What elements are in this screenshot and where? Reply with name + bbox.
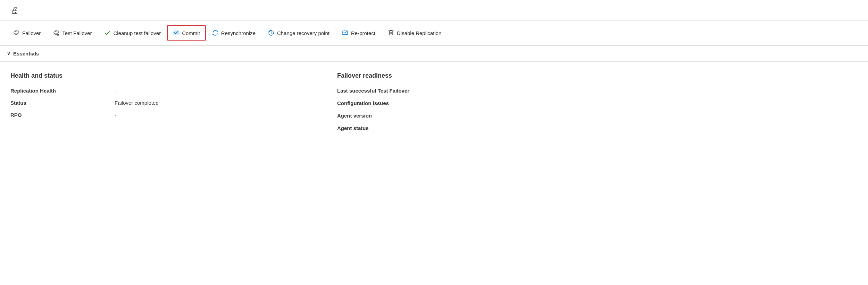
right-panel: Failover readiness Last successful Test … <box>323 72 858 138</box>
top-bar: 🖨 <box>0 0 868 21</box>
svg-rect-6 <box>343 31 348 34</box>
agent-version-label: Agent version <box>337 113 372 119</box>
agent-version-row: Agent version <box>337 113 858 119</box>
left-panel: Health and status Replication Health - S… <box>10 72 323 138</box>
last-test-failover-label: Last successful Test Failover <box>337 88 409 94</box>
config-issues-row: Configuration issues <box>337 100 858 106</box>
replication-health-label: Replication Health <box>10 88 115 94</box>
resynchronize-icon <box>212 30 218 36</box>
rpo-value: - <box>115 112 116 118</box>
re-protect-button[interactable]: Re-protect <box>336 25 382 41</box>
failover-label: Failover <box>22 30 41 36</box>
commit-button[interactable]: Commit <box>167 25 206 41</box>
cleanup-icon <box>104 30 110 36</box>
config-issues-label: Configuration issues <box>337 100 389 106</box>
status-label: Status <box>10 100 115 106</box>
re-protect-icon <box>342 30 348 36</box>
commit-label: Commit <box>182 30 200 36</box>
essentials-toggle[interactable]: ∨ Essentials <box>7 46 861 61</box>
agent-status-row: Agent status <box>337 125 858 131</box>
failover-button[interactable]: Failover <box>7 25 47 41</box>
print-icon[interactable]: 🖨 <box>10 6 19 15</box>
recovery-point-icon <box>268 30 274 36</box>
essentials-label: Essentials <box>13 51 39 57</box>
re-protect-label: Re-protect <box>351 30 375 36</box>
resynchronize-label: Resynchronize <box>221 30 256 36</box>
rpo-label: RPO <box>10 112 115 118</box>
change-recovery-point-button[interactable]: Change recovery point <box>262 25 336 41</box>
disable-replication-button[interactable]: Disable Replication <box>382 25 448 41</box>
test-failover-label: Test Failover <box>62 30 92 36</box>
failover-readiness-title: Failover readiness <box>337 72 858 79</box>
failover-icon <box>13 30 19 36</box>
toolbar: Failover t Test Failover Cleanup test fa… <box>0 21 868 46</box>
disable-replication-icon <box>388 30 394 36</box>
content-area: Health and status Replication Health - S… <box>0 62 868 148</box>
change-recovery-point-label: Change recovery point <box>277 30 329 36</box>
replication-health-row: Replication Health - <box>10 88 309 94</box>
agent-status-label: Agent status <box>337 125 369 131</box>
essentials-section: ∨ Essentials <box>0 46 868 62</box>
status-row: Status Failover completed <box>10 100 309 106</box>
resynchronize-button[interactable]: Resynchronize <box>206 25 262 41</box>
commit-icon <box>173 30 179 36</box>
replication-health-value: - <box>115 88 116 94</box>
cleanup-test-failover-button[interactable]: Cleanup test failover <box>98 25 167 41</box>
test-failover-button[interactable]: t Test Failover <box>47 25 98 41</box>
cleanup-test-failover-label: Cleanup test failover <box>113 30 161 36</box>
health-status-title: Health and status <box>10 72 309 79</box>
essentials-chevron: ∨ <box>7 51 10 56</box>
test-failover-icon: t <box>53 30 59 36</box>
last-test-failover-row: Last successful Test Failover <box>337 88 858 94</box>
rpo-row: RPO - <box>10 112 309 118</box>
status-value: Failover completed <box>115 100 159 106</box>
disable-replication-label: Disable Replication <box>397 30 441 36</box>
